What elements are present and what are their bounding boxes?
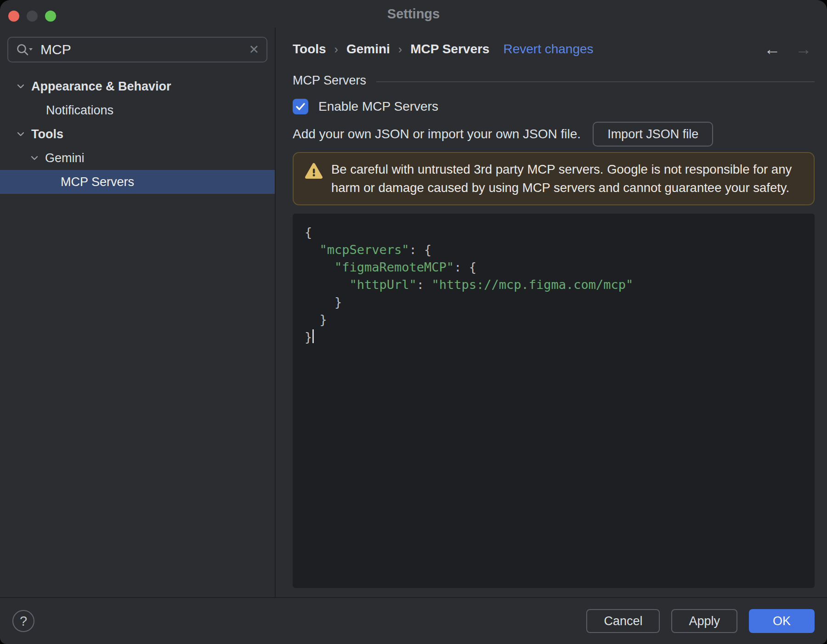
chevron-down-icon[interactable] [15,128,27,140]
cancel-button[interactable]: Cancel [586,609,660,633]
sidebar-item-label: Tools [31,127,63,141]
sidebar-item-mcp-servers[interactable]: MCP Servers [0,170,275,194]
sidebar-item-tools[interactable]: Tools [0,122,275,146]
breadcrumb: Tools › Gemini › MCP Servers Revert chan… [293,40,815,59]
enable-mcp-row: Enable MCP Servers [293,99,815,114]
breadcrumb-separator-icon: › [334,43,338,56]
revert-changes-link[interactable]: Revert changes [503,42,593,56]
enable-mcp-checkbox[interactable] [293,99,308,114]
settings-tree: Appearance & Behavior Notifications Tool… [0,74,275,194]
breadcrumb-separator-icon: › [398,43,402,56]
settings-window: Settings ✕ [0,0,827,644]
import-json-row: Add your own JSON or import your own JSO… [293,122,815,147]
sidebar-item-label: Notifications [46,103,113,118]
forward-arrow-icon: → [795,40,812,59]
footer-bar: ? Cancel Apply OK [0,597,827,644]
sidebar-item-appearance-behavior[interactable]: Appearance & Behavior [0,74,275,98]
question-mark-icon: ? [20,614,27,629]
enable-mcp-label: Enable MCP Servers [318,99,438,114]
help-button[interactable]: ? [12,610,34,632]
sidebar-item-gemini[interactable]: Gemini [0,146,275,170]
sidebar-item-label: Gemini [45,151,85,165]
sidebar-item-label: Appearance & Behavior [31,79,171,94]
section-header: MCP Servers [293,73,815,88]
search-icon [16,43,34,56]
chevron-down-icon[interactable] [15,80,27,92]
settings-main-panel: Tools › Gemini › MCP Servers Revert chan… [276,28,827,597]
warning-banner: Be careful with untrusted 3rd party MCP … [293,152,815,205]
close-window-button[interactable] [8,11,19,22]
warning-triangle-icon [305,163,323,182]
text-cursor [312,329,314,343]
breadcrumb-gemini[interactable]: Gemini [346,42,390,56]
traffic-lights [8,11,56,22]
json-editor[interactable]: { "mcpServers": { "figmaRemoteMCP": { "h… [293,214,815,588]
minimize-window-button[interactable] [27,11,38,22]
sidebar-item-notifications[interactable]: Notifications [0,98,275,122]
import-json-file-button[interactable]: Import JSON file [593,122,713,147]
section-divider [376,81,815,82]
sidebar-item-label: MCP Servers [61,175,134,189]
chevron-down-icon[interactable] [28,152,40,164]
breadcrumb-tools[interactable]: Tools [293,42,326,56]
ok-button[interactable]: OK [749,609,815,633]
checkmark-icon [295,101,306,113]
breadcrumb-mcp-servers: MCP Servers [410,42,489,56]
window-title: Settings [387,6,440,22]
json-editor-code: { "mcpServers": { "figmaRemoteMCP": { "h… [305,224,810,346]
warning-text: Be careful with untrusted 3rd party MCP … [331,160,803,197]
section-title: MCP Servers [293,73,366,88]
titlebar: Settings [0,0,827,28]
settings-search-box[interactable]: ✕ [7,37,267,62]
settings-sidebar: ✕ Appearance & Behavior Notifications To [0,28,276,597]
back-arrow-icon[interactable]: ← [764,40,781,59]
clear-search-icon[interactable]: ✕ [249,42,259,57]
import-json-text: Add your own JSON or import your own JSO… [293,127,581,141]
zoom-window-button[interactable] [45,11,56,22]
search-input[interactable] [40,41,249,58]
apply-button[interactable]: Apply [671,609,737,633]
